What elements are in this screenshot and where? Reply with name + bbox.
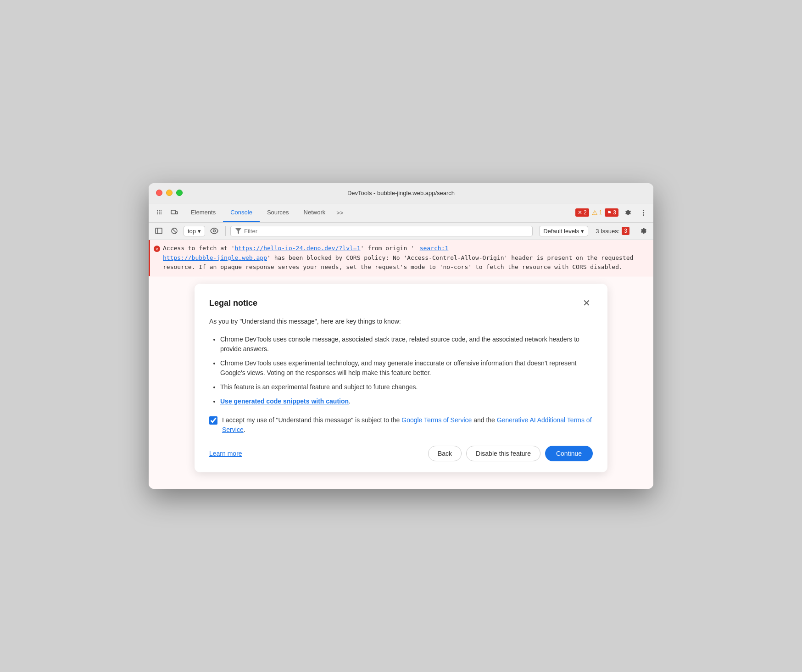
modal-intro: As you try "Understand this message", he… xyxy=(209,317,593,326)
toolbar-divider xyxy=(225,226,226,236)
google-tos-link[interactable]: Google Terms of Service xyxy=(401,416,472,424)
svg-rect-8 xyxy=(161,213,162,214)
svg-marker-16 xyxy=(235,228,241,234)
modal-footer: Learn more Back Disable this feature Con… xyxy=(209,446,593,461)
issues-badge[interactable]: ⚑ 3 xyxy=(605,208,618,217)
svg-rect-6 xyxy=(157,213,158,214)
clear-icon xyxy=(171,227,178,235)
svg-rect-11 xyxy=(156,228,162,234)
svg-text:✕: ✕ xyxy=(156,246,158,252)
window-title: DevTools - bubble-jingle.web.app/search xyxy=(347,190,455,196)
error-message-row: ✕ Access to fetch at 'https://hello-io-2… xyxy=(149,240,653,276)
responsive-icon xyxy=(171,209,178,216)
sidebar-icon xyxy=(155,227,162,235)
sidebar-toggle-button[interactable] xyxy=(152,224,165,237)
svg-rect-1 xyxy=(159,210,160,211)
more-tabs-button[interactable]: >> xyxy=(333,203,347,222)
tab-network[interactable]: Network xyxy=(296,203,333,222)
responsive-button[interactable] xyxy=(167,205,182,220)
back-button[interactable]: Back xyxy=(428,446,462,461)
svg-rect-10 xyxy=(176,212,178,214)
more-options-button[interactable] xyxy=(637,206,650,219)
list-item: Chrome DevTools uses console message, as… xyxy=(220,335,593,354)
eye-icon xyxy=(210,228,218,234)
caution-link[interactable]: Use generated code snippets with caution xyxy=(220,398,349,405)
issues-count-badge: 3 xyxy=(622,227,629,235)
default-levels-button[interactable]: Default levels ▾ xyxy=(539,226,588,236)
accept-checkbox[interactable] xyxy=(209,416,217,425)
tab-console[interactable]: Console xyxy=(223,203,260,222)
issues-button[interactable]: 3 Issues: 3 xyxy=(591,225,634,236)
svg-rect-7 xyxy=(159,213,160,214)
legal-notice-card: Legal notice ✕ As you try "Understand th… xyxy=(195,284,607,472)
filter-icon xyxy=(235,228,241,234)
svg-rect-0 xyxy=(157,210,158,211)
settings-button[interactable] xyxy=(621,206,634,219)
live-expressions-button[interactable] xyxy=(208,224,221,237)
gear-icon xyxy=(624,209,631,216)
source-link[interactable]: search:1 xyxy=(420,245,449,252)
modal-overlay: Legal notice ✕ As you try "Understand th… xyxy=(149,276,653,480)
maximize-button[interactable] xyxy=(176,190,183,196)
clear-console-button[interactable] xyxy=(168,224,181,237)
tab-elements[interactable]: Elements xyxy=(184,203,223,222)
close-modal-button[interactable]: ✕ xyxy=(580,297,593,309)
checkbox-row: I accept my use of "Understand this mess… xyxy=(209,415,593,435)
console-gear-icon xyxy=(640,227,647,235)
context-selector[interactable]: top ▾ xyxy=(184,226,205,236)
svg-rect-3 xyxy=(157,212,158,213)
warning-badge[interactable]: ⚠ 1 xyxy=(592,209,602,216)
console-filter-toolbar: top ▾ Default levels ▾ 3 Issues: 3 xyxy=(149,223,653,240)
svg-rect-4 xyxy=(159,212,160,213)
cursor-icon xyxy=(156,209,163,216)
filter-input-wrapper xyxy=(230,226,533,236)
list-item: Chrome DevTools uses experimental techno… xyxy=(220,358,593,378)
tab-list: Elements Console Sources Network >> xyxy=(184,203,575,222)
devtools-window: DevTools - bubble-jingle.web.app/search xyxy=(149,183,653,489)
svg-point-15 xyxy=(213,230,216,232)
error-badge[interactable]: ✕ 2 xyxy=(575,208,589,217)
list-item: This feature is an experimental feature … xyxy=(220,382,593,392)
tab-sources[interactable]: Sources xyxy=(260,203,296,222)
error-circle-icon: ✕ xyxy=(154,246,160,252)
svg-rect-9 xyxy=(171,210,176,214)
console-settings-button[interactable] xyxy=(637,224,650,237)
svg-line-14 xyxy=(173,229,176,233)
learn-more-link[interactable]: Learn more xyxy=(209,450,242,457)
traffic-lights xyxy=(156,190,183,196)
console-content: ✕ Access to fetch at 'https://hello-io-2… xyxy=(149,240,653,489)
minimize-button[interactable] xyxy=(166,190,173,196)
origin-url-link[interactable]: https://bubble-jingle.web.app xyxy=(163,254,267,261)
cors-url-link[interactable]: https://hello-io-24.deno.dev/?lvl=1 xyxy=(235,245,361,252)
toolbar-right: ✕ 2 ⚠ 1 ⚑ 3 xyxy=(575,206,650,219)
disable-feature-button[interactable]: Disable this feature xyxy=(466,446,540,461)
modal-title: Legal notice xyxy=(209,298,257,308)
list-item-caution: Use generated code snippets with caution… xyxy=(220,397,593,406)
svg-rect-5 xyxy=(161,212,162,213)
close-button[interactable] xyxy=(156,190,162,196)
devtools-toolbar: Elements Console Sources Network >> ✕ 2 … xyxy=(149,203,653,223)
error-icon: ✕ xyxy=(154,245,160,255)
error-text: Access to fetch at 'https://hello-io-24.… xyxy=(163,244,648,272)
svg-rect-2 xyxy=(161,210,162,211)
title-bar: DevTools - bubble-jingle.web.app/search xyxy=(149,183,653,203)
footer-buttons: Back Disable this feature Continue xyxy=(428,446,593,461)
continue-button[interactable]: Continue xyxy=(545,446,593,461)
cursor-tool-button[interactable] xyxy=(152,205,167,220)
modal-list: Chrome DevTools uses console message, as… xyxy=(209,335,593,406)
filter-input[interactable] xyxy=(244,228,528,235)
modal-header: Legal notice ✕ xyxy=(209,297,593,309)
